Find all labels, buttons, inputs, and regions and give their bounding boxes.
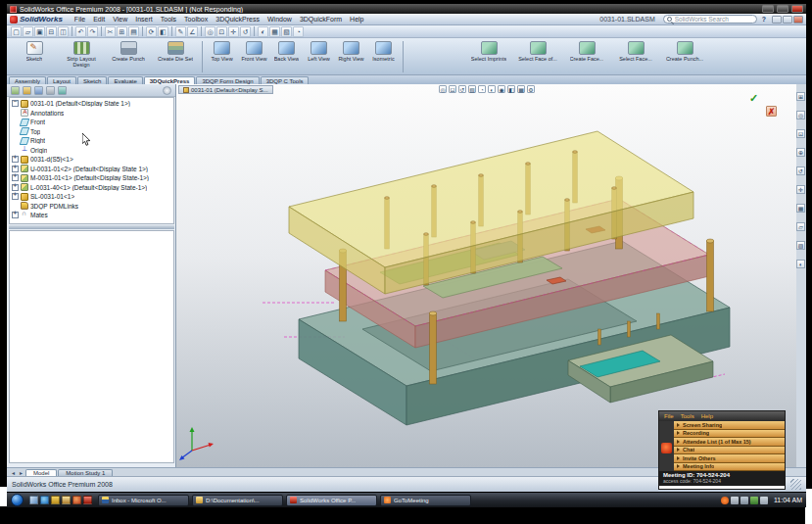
panel-pin-icon[interactable] xyxy=(163,86,171,95)
rotate-view-icon[interactable]: ↺ xyxy=(796,167,805,175)
appearance-icon[interactable]: ◧ xyxy=(507,85,515,93)
tree-item[interactable]: L-0031-40<1> (Default<Display State-1>) xyxy=(12,183,173,193)
meeting-menu-item[interactable]: Tools xyxy=(681,413,694,419)
panel-splitter[interactable] xyxy=(9,225,174,229)
left-view-button[interactable]: Left View xyxy=(304,40,334,73)
menu-item[interactable]: View xyxy=(109,16,131,23)
sketch-button[interactable]: Sketch xyxy=(12,40,57,73)
tree-item[interactable]: SL-0031-01<1> xyxy=(12,192,173,202)
volume-icon[interactable] xyxy=(731,497,739,504)
battery-icon[interactable] xyxy=(760,497,768,504)
scene-icon[interactable]: ▦ xyxy=(517,85,525,93)
meeting-section-row[interactable]: Recording xyxy=(674,430,785,439)
view-orientation-icon[interactable]: ◔ xyxy=(293,26,304,37)
menu-item[interactable]: Help xyxy=(346,16,367,23)
model-tab[interactable]: Model xyxy=(25,469,57,476)
close-button[interactable] xyxy=(791,5,803,13)
meeting-section-row[interactable]: Screen Sharing xyxy=(674,421,785,430)
confirm-cancel-icon[interactable]: ✗ xyxy=(766,106,777,117)
open-icon[interactable]: ▱ xyxy=(23,26,33,37)
maximize-button[interactable] xyxy=(777,5,788,13)
network-icon[interactable] xyxy=(740,497,748,504)
new-icon[interactable]: ▢ xyxy=(11,26,22,37)
save-icon[interactable]: ▣ xyxy=(34,26,45,37)
menu-item[interactable]: Insert xyxy=(131,16,157,23)
menu-item[interactable]: Toolbox xyxy=(180,16,212,23)
menu-item[interactable]: Tools xyxy=(157,16,180,23)
pan-icon[interactable]: ✛ xyxy=(796,185,805,194)
taskbar-task-button[interactable]: Inbox - Microsoft O... xyxy=(98,495,189,506)
meeting-menu-item[interactable]: Help xyxy=(701,413,713,419)
strip-layout-button[interactable]: Strip Layout Design xyxy=(59,40,104,73)
media-player-icon[interactable] xyxy=(72,496,81,504)
paste-icon[interactable]: ▤ xyxy=(128,26,139,37)
doc-close-button[interactable] xyxy=(793,16,803,24)
copy-icon[interactable]: ⊞ xyxy=(117,26,127,37)
command-tab[interactable]: 3DQP C Tools xyxy=(261,76,310,84)
shaded-icon[interactable]: ◐ xyxy=(258,26,268,37)
help-button[interactable]: ? xyxy=(762,16,766,23)
separator[interactable] xyxy=(101,26,102,36)
show-desktop-icon[interactable] xyxy=(29,496,38,504)
model-tab[interactable]: Motion Study 1 xyxy=(58,469,113,476)
back-view-button[interactable]: Back View xyxy=(271,40,302,73)
propertymanager-tab-icon[interactable] xyxy=(23,86,31,95)
sketch-icon[interactable]: ✎ xyxy=(175,26,186,37)
menu-item[interactable]: Window xyxy=(263,16,296,23)
smart-dimension-icon[interactable]: ∠ xyxy=(187,26,198,37)
configurationmanager-tab-icon[interactable] xyxy=(34,86,43,95)
hidden-lines-icon[interactable]: ▨ xyxy=(796,241,805,250)
meeting-menu-item[interactable]: File xyxy=(664,413,674,419)
command-tab[interactable]: 3DQP Form Design xyxy=(196,76,259,84)
isometric-view-button[interactable]: Isometric xyxy=(368,40,399,73)
select-imprints-button[interactable]: Select Imprints xyxy=(465,40,512,73)
command-tab[interactable]: Assembly xyxy=(9,76,46,84)
hidden-lines-icon[interactable]: ▦ xyxy=(269,26,280,37)
tree-item[interactable]: Origin xyxy=(12,146,173,156)
separator[interactable] xyxy=(254,26,255,36)
select-face-button[interactable]: Select Face... xyxy=(612,40,659,73)
internet-explorer-icon[interactable] xyxy=(40,496,49,504)
minimize-button[interactable] xyxy=(762,5,774,13)
pan-icon[interactable]: ✛ xyxy=(228,26,239,37)
shaded-icon[interactable]: ◐ xyxy=(796,260,805,268)
start-button[interactable] xyxy=(11,494,24,506)
print-preview-icon[interactable]: ◫ xyxy=(58,26,69,37)
rebuild-icon[interactable]: ⟳ xyxy=(146,26,157,37)
tree-expand-toggle[interactable] xyxy=(12,100,19,107)
meeting-section-row[interactable]: Invite Others xyxy=(674,454,785,463)
tree-item[interactable]: Annotations xyxy=(12,109,173,119)
solidworks-icon[interactable] xyxy=(83,496,92,504)
undo-icon[interactable]: ↶ xyxy=(75,26,86,37)
select-face-of-button[interactable]: Select Face of... xyxy=(514,40,561,73)
tree-item[interactable]: Mates xyxy=(12,211,173,220)
gotomeeting-tray-icon[interactable] xyxy=(721,497,729,504)
zoom-area-icon[interactable]: ⊡ xyxy=(449,85,456,93)
taskbar-task-button[interactable]: SolidWorks Office P... xyxy=(286,495,377,506)
zoom-fit-icon[interactable]: ◎ xyxy=(205,26,215,37)
zoom-in-out-icon[interactable]: ⊕ xyxy=(796,148,805,157)
section-view-icon[interactable]: ▧ xyxy=(281,26,292,37)
command-tab[interactable]: Evaluate xyxy=(108,76,142,84)
tree-expand-toggle[interactable] xyxy=(12,156,19,163)
tree-expand-toggle[interactable] xyxy=(12,184,19,191)
tree-item[interactable]: M-0031-01<1> (Default<Display State-1>) xyxy=(12,173,173,183)
outlook-icon[interactable] xyxy=(51,496,60,504)
tree-expand-toggle[interactable] xyxy=(12,166,19,172)
create-face-button[interactable]: Create Face... xyxy=(563,40,610,73)
tree-expand-toggle[interactable] xyxy=(12,174,19,181)
redo-icon[interactable]: ↷ xyxy=(87,26,98,37)
print-icon[interactable]: ⊟ xyxy=(46,26,57,37)
tab-scroll-right-icon[interactable] xyxy=(18,469,24,476)
display-style-icon[interactable]: ◐ xyxy=(488,85,496,93)
top-view-button[interactable]: Top View xyxy=(207,40,237,73)
tree-item[interactable]: Top xyxy=(12,127,173,137)
rotate-view-icon[interactable]: ↺ xyxy=(240,26,251,37)
dimxpertmanager-tab-icon[interactable] xyxy=(46,86,55,95)
right-view-button[interactable]: Right View xyxy=(336,40,366,73)
resize-grip[interactable] xyxy=(790,479,801,490)
tree-expand-toggle[interactable] xyxy=(12,212,19,218)
menu-item[interactable]: 3DQuickPress xyxy=(212,16,263,23)
zoom-area-icon[interactable]: ⊡ xyxy=(796,129,805,138)
separator[interactable] xyxy=(171,26,172,36)
